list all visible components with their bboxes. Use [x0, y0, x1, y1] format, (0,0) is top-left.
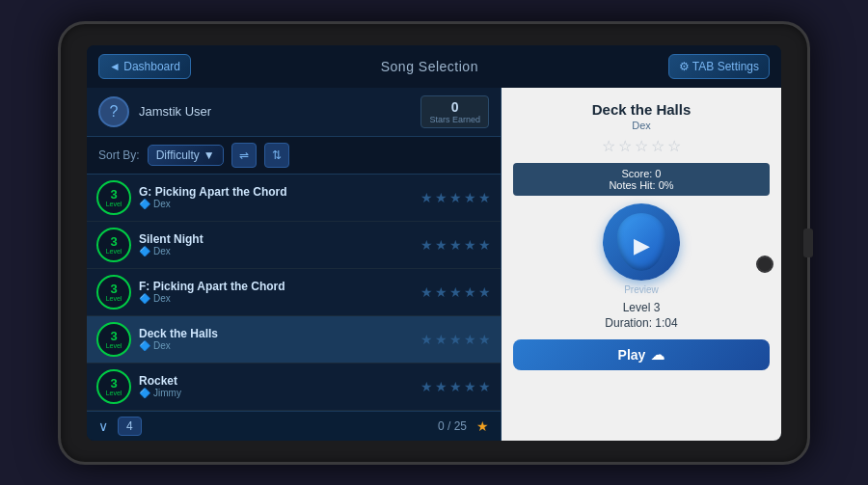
- level-number: 3: [110, 330, 117, 342]
- content-area: ? Jamstik User 0 Stars Earned Sort By: D…: [87, 88, 781, 441]
- song-info: F: Picking Apart the Chord 🔷Dex: [139, 280, 413, 304]
- play-button[interactable]: Play ☁: [513, 339, 770, 370]
- star-icon: ★: [464, 332, 476, 347]
- level-badge: 3 Level: [96, 322, 131, 357]
- play-btn-icon: ☁: [651, 347, 665, 363]
- play-icon: ▶: [634, 233, 650, 258]
- artist-dot: 🔷: [139, 388, 150, 398]
- star-icon: ★: [435, 237, 448, 253]
- score-text: Score: 0: [525, 168, 758, 179]
- detail-duration: Duration: 1:04: [605, 316, 677, 330]
- star-icon: ★: [435, 379, 448, 394]
- list-item[interactable]: 3 Level Deck the Halls 🔷Dex ★ ★: [87, 316, 501, 364]
- sort-label: Sort By:: [98, 148, 140, 162]
- guitar-pick-icon: ▶: [617, 213, 665, 271]
- level-badge: 3 Level: [96, 228, 131, 262]
- level-number: 3: [110, 283, 117, 295]
- score-bar: Score: 0 Notes Hit: 0%: [513, 163, 770, 196]
- level-number: 3: [110, 235, 117, 248]
- song-info: G: Picking Apart the Chord 🔷Dex: [139, 185, 413, 209]
- artist-dot: 🔷: [139, 199, 150, 209]
- artist-dot: 🔷: [139, 293, 150, 304]
- song-info: Rocket 🔷Jimmy: [139, 374, 413, 398]
- stars-earned-box: 0 Stars Earned: [420, 95, 489, 128]
- song-detail-title: Deck the Halls: [592, 101, 692, 118]
- level-text: Level: [106, 248, 122, 255]
- song-stars: ★ ★ ★ ★ ★: [420, 379, 491, 394]
- star-icon: ★: [476, 418, 489, 434]
- song-title: Rocket: [139, 374, 413, 388]
- star-icon: ★: [449, 379, 462, 394]
- filter-icon-button[interactable]: ⇌: [231, 143, 257, 168]
- artist-dot: 🔷: [139, 340, 150, 351]
- song-detail-panel: Deck the Halls Dex ☆ ☆ ☆ ☆ ☆ Score: 0 No…: [502, 88, 781, 441]
- stars-earned-label: Stars Earned: [429, 115, 480, 124]
- star-icon: ★: [420, 284, 433, 300]
- sort-order-button[interactable]: ⇅: [264, 143, 289, 168]
- song-title: Silent Night: [139, 232, 413, 246]
- pagination-bar: ∨ 4 0 / 25 ★: [87, 411, 501, 441]
- star-icon: ★: [464, 284, 476, 300]
- song-list: 3 Level G: Picking Apart the Chord 🔷Dex …: [87, 175, 501, 411]
- star-icon: ★: [420, 379, 433, 394]
- song-info: Silent Night 🔷Dex: [139, 232, 413, 256]
- play-btn-label: Play: [618, 347, 646, 363]
- user-name: Jamstik User: [139, 104, 411, 119]
- list-item[interactable]: 3 Level Rocket 🔷Jimmy ★ ★ ★: [87, 364, 501, 411]
- star-icon: ☆: [618, 137, 632, 155]
- song-title: Deck the Halls: [139, 327, 413, 340]
- left-panel: ? Jamstik User 0 Stars Earned Sort By: D…: [87, 88, 502, 441]
- star-icon: ★: [464, 190, 476, 205]
- star-icon: ★: [464, 379, 476, 394]
- side-button: [756, 256, 773, 273]
- prev-page-button[interactable]: ∨: [98, 418, 108, 434]
- app-header: ◄ Dashboard Song Selection ⚙ TAB Setting…: [87, 45, 781, 88]
- level-text: Level: [106, 390, 122, 396]
- chevron-down-icon: ▼: [203, 148, 215, 162]
- level-text: Level: [106, 342, 122, 349]
- star-icon: ★: [449, 284, 462, 300]
- level-badge: 3 Level: [96, 369, 131, 404]
- star-icon: ★: [478, 190, 491, 205]
- detail-stars: ☆ ☆ ☆ ☆ ☆: [602, 137, 681, 155]
- song-stars: ★ ★ ★ ★ ★: [420, 237, 491, 253]
- star-icon: ☆: [602, 137, 615, 155]
- song-stars: ★ ★ ★ ★ ★: [420, 190, 491, 205]
- level-number: 3: [110, 377, 117, 390]
- song-artist: 🔷Jimmy: [139, 388, 413, 398]
- page-title: Song Selection: [381, 59, 478, 74]
- avatar: ?: [98, 96, 129, 127]
- star-icon: ★: [435, 332, 448, 347]
- star-icon: ★: [420, 237, 433, 253]
- song-artist: 🔷Dex: [139, 199, 413, 209]
- star-icon: ★: [435, 284, 448, 300]
- settings-button[interactable]: ⚙ TAB Settings: [668, 54, 770, 79]
- star-icon: ★: [449, 237, 462, 253]
- sort-dropdown[interactable]: Difficulty ▼: [148, 145, 224, 166]
- star-icon: ★: [449, 190, 462, 205]
- star-icon: ★: [420, 332, 433, 347]
- star-icon: ★: [449, 332, 462, 347]
- star-icon: ★: [478, 379, 491, 394]
- list-item[interactable]: 3 Level Silent Night 🔷Dex ★ ★ ★: [87, 222, 501, 269]
- song-title: F: Picking Apart the Chord: [139, 280, 413, 293]
- list-item[interactable]: 3 Level G: Picking Apart the Chord 🔷Dex …: [87, 175, 501, 222]
- notes-hit-text: Notes Hit: 0%: [525, 179, 758, 191]
- star-icon: ★: [478, 237, 491, 253]
- star-icon: ☆: [651, 137, 665, 155]
- artist-dot: 🔷: [139, 246, 150, 256]
- level-badge: 3 Level: [96, 275, 131, 310]
- tablet-screen: ◄ Dashboard Song Selection ⚙ TAB Setting…: [87, 45, 781, 441]
- preview-button[interactable]: ▶: [603, 203, 680, 281]
- list-item[interactable]: 3 Level F: Picking Apart the Chord 🔷Dex …: [87, 269, 501, 316]
- song-stars: ★ ★ ★ ★ ★: [420, 284, 491, 300]
- page-progress: 0 / 25: [151, 419, 467, 433]
- song-detail-artist: Dex: [632, 120, 651, 131]
- star-icon: ★: [420, 190, 433, 205]
- tablet-device: ◄ Dashboard Song Selection ⚙ TAB Setting…: [58, 21, 810, 465]
- star-icon: ★: [478, 284, 491, 300]
- star-icon: ★: [435, 190, 448, 205]
- song-artist: 🔷Dex: [139, 246, 413, 256]
- stars-earned-num: 0: [429, 99, 480, 115]
- dashboard-button[interactable]: ◄ Dashboard: [98, 54, 191, 79]
